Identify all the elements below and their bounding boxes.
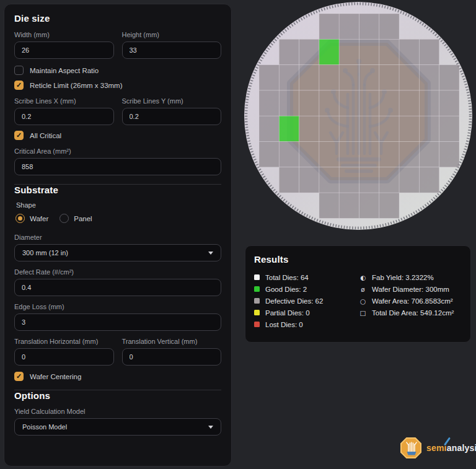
scribe-y-input[interactable]: [122, 108, 222, 125]
die-defective: [379, 14, 399, 39]
translation-horizontal-label: Translation Horizontal (mm): [14, 338, 114, 345]
reticle-limit-checkbox[interactable]: ✓: [14, 81, 24, 90]
die-defective: [379, 193, 399, 218]
scribe-y-field: Scribe Lines Y (mm): [122, 97, 222, 125]
scribe-x-field: Scribe Lines X (mm): [14, 97, 114, 125]
wafer-centering-row: ✓ Wafer Centering: [14, 372, 221, 381]
die-defective: [259, 116, 279, 141]
translation-vertical-input[interactable]: [122, 348, 222, 366]
die-defective: [399, 167, 419, 193]
die-defective: [339, 142, 359, 167]
die-defective: [359, 90, 379, 116]
diameter-label: Diameter: [14, 234, 221, 241]
edge-loss-input[interactable]: [14, 313, 221, 331]
die-defective: [359, 14, 379, 39]
results-metrics: ◐Fab Yield: 3.2322%øWafer Diameter: 300m…: [359, 271, 462, 330]
die-defective: [319, 90, 339, 116]
chevron-down-icon: [208, 426, 213, 429]
radio-icon[interactable]: [15, 214, 25, 223]
square-outline-icon: □: [359, 309, 366, 317]
brand-wordmark: semianalysis: [426, 443, 476, 453]
die-defective: [299, 142, 319, 167]
reticle-limit-label: Reticle Limit (26mm x 33mm): [30, 82, 123, 89]
die-defective: [319, 116, 339, 141]
die-defective: [359, 142, 379, 167]
die-defective: [299, 90, 319, 116]
results-panel: Results Total Dies: 64Good Dies: 2Defect…: [245, 245, 471, 343]
die-width-input[interactable]: [14, 42, 114, 59]
result-text: Good Dies: 2: [265, 286, 307, 293]
die-defective: [399, 65, 419, 90]
radio-icon[interactable]: [60, 214, 69, 223]
wafer-map: [244, 1, 473, 230]
yield-model-label: Yield Calculation Model: [14, 408, 221, 415]
die-defective: [359, 65, 379, 90]
die-defective: [319, 14, 339, 39]
radio-label: Wafer: [30, 215, 48, 222]
die-defective: [359, 116, 379, 141]
result-text: Defective Dies: 62: [265, 297, 323, 305]
results-heading: Results: [254, 254, 462, 265]
die-defective: [439, 90, 459, 116]
die-height-field: Height (mm): [122, 31, 222, 59]
yield-model-select[interactable]: Poisson Model: [14, 418, 221, 436]
critical-area-input[interactable]: [14, 158, 221, 175]
half-circle-icon: ◐: [359, 274, 366, 281]
die-defective: [339, 14, 359, 39]
die-defective: [299, 39, 319, 64]
result-text: Fab Yield: 3.2322%: [372, 274, 434, 281]
die-defective: [359, 193, 379, 218]
wafer-centering-checkbox[interactable]: ✓: [14, 372, 24, 381]
die-defective: [399, 39, 419, 64]
die-defective: [279, 65, 299, 90]
die-defective: [319, 142, 339, 167]
wafer-visualization: [244, 1, 473, 230]
result-text: Wafer Area: 706.8583cm²: [372, 297, 453, 305]
shape-radio-panel[interactable]: Panel: [60, 214, 92, 223]
die-height-input[interactable]: [122, 42, 222, 59]
defective-dies-swatch-icon: [254, 298, 260, 304]
die-defective: [279, 90, 299, 116]
die-defective: [379, 142, 399, 167]
defect-rate-input[interactable]: [14, 279, 221, 296]
result-wafer-diameter: øWafer Diameter: 300mm: [359, 283, 462, 295]
die-defective: [279, 167, 299, 193]
die-defective: [339, 193, 359, 218]
lost-dies-swatch-icon: [254, 322, 260, 327]
die-defective: [299, 116, 319, 141]
translation-horizontal-input[interactable]: [14, 348, 114, 366]
critical-area-field: Critical Area (mm²): [14, 147, 221, 175]
partial-dies-swatch-icon: [254, 310, 260, 315]
die-defective: [439, 65, 459, 90]
shape-radio-wafer[interactable]: Wafer: [15, 214, 48, 223]
die-width-field: Width (mm): [14, 31, 114, 59]
die-defective: [319, 193, 339, 218]
scribe-x-label: Scribe Lines X (mm): [14, 97, 114, 105]
edge-loss-field: Edge Loss (mm): [14, 303, 221, 331]
all-critical-checkbox[interactable]: ✓: [14, 131, 24, 140]
die-defective: [379, 39, 399, 64]
die-defective: [339, 116, 359, 141]
scribe-x-input[interactable]: [14, 108, 114, 125]
shape-radio-group: WaferPanel: [15, 214, 221, 223]
die-size-heading: Die size: [14, 13, 221, 24]
diameter-select[interactable]: 300 mm (12 in): [14, 244, 221, 261]
result-text: Partial Dies: 0: [265, 309, 310, 317]
maintain-aspect-checkbox[interactable]: [14, 66, 24, 75]
die-defective: [419, 167, 439, 193]
defect-rate-field: Defect Rate (#/cm²): [14, 268, 221, 296]
result-fab-yield: ◐Fab Yield: 3.2322%: [359, 271, 462, 283]
die-defective: [399, 90, 419, 116]
die-defective: [279, 142, 299, 167]
critical-area-label: Critical Area (mm²): [14, 147, 221, 155]
die-defective: [419, 142, 439, 167]
die-defective: [379, 167, 399, 193]
die-defective: [299, 167, 319, 193]
diameter-field: Diameter 300 mm (12 in): [14, 234, 221, 261]
all-critical-label: All Critical: [30, 132, 61, 139]
brand-footer: semianalysis: [399, 436, 476, 460]
result-total-dies: Total Dies: 64: [254, 271, 359, 283]
die-defective: [439, 142, 459, 167]
chevron-down-icon: [208, 252, 213, 255]
die-good: [319, 39, 339, 64]
